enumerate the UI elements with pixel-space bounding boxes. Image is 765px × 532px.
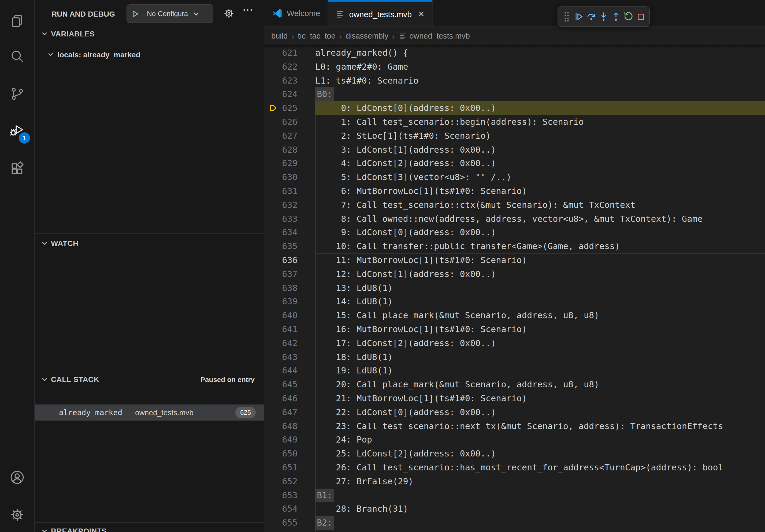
tab-welcome[interactable]: Welcome (264, 0, 328, 26)
instruction-text[interactable]: 9: LdConst[0](address: 0x00..) (315, 226, 765, 240)
gutter-line-651[interactable]: 651 (264, 461, 315, 475)
gutter-line-624[interactable]: 624 (264, 88, 315, 102)
line-number[interactable]: 623 (264, 74, 315, 88)
line-number[interactable]: 647 (264, 405, 315, 419)
code-line-643[interactable]: 643 18: LdU8(1) (264, 350, 765, 364)
instruction-text[interactable]: 16: MutBorrowLoc[1](ts#1#0: Scenario) (315, 323, 765, 337)
code-line-623[interactable]: 623L1: ts#1#0: Scenario (264, 74, 765, 88)
instruction-text[interactable]: 7: Call test_scenario::ctx(&mut Scenario… (315, 198, 765, 212)
gutter-line-647[interactable]: 647 (264, 405, 315, 419)
line-number[interactable]: 627 (264, 129, 315, 143)
gutter-line-632[interactable]: 632 (264, 198, 315, 212)
gutter-line-621[interactable]: 621 (264, 46, 315, 60)
instruction-text[interactable]: 10: Call transfer::public_transfer<Game>… (315, 239, 765, 253)
instruction-text[interactable]: 23: Call test_scenario::next_tx(&mut Sce… (315, 419, 765, 433)
line-number[interactable]: 622 (264, 60, 315, 74)
code-line-622[interactable]: 622L0: game#2#0: Game (264, 60, 765, 74)
source-control-icon[interactable] (0, 82, 34, 106)
code-line-632[interactable]: 632 7: Call test_scenario::ctx(&mut Scen… (264, 198, 765, 212)
code-line-621[interactable]: 621already_marked() { (264, 46, 765, 60)
breadcrumb-item[interactable]: tic_tac_toe (298, 32, 335, 40)
breadcrumb-item[interactable]: disassembly (346, 32, 389, 40)
gutter-line-636[interactable]: 636 (264, 253, 315, 267)
code-line-647[interactable]: 647 22: LdConst[0](address: 0x00..) (264, 405, 765, 419)
tab-owned-tests[interactable]: owned_tests.mvb ✕ (328, 0, 432, 26)
code-line-628[interactable]: 628 3: LdConst[1](address: 0x00..) (264, 143, 765, 157)
code-line-650[interactable]: 650 25: LdConst[2](address: 0x00..) (264, 447, 765, 461)
more-actions-icon[interactable]: ⋯ (242, 3, 254, 16)
launch-configuration-dropdown[interactable]: No Configura (127, 4, 213, 23)
code-line-653[interactable]: 653B1: (264, 488, 765, 502)
gutter-line-648[interactable]: 648 (264, 419, 315, 433)
close-icon[interactable]: ✕ (418, 10, 424, 18)
gutter-line-633[interactable]: 633 (264, 212, 315, 226)
settings-gear-icon[interactable] (0, 502, 34, 527)
block-label-line[interactable]: B1: (315, 488, 765, 502)
line-number[interactable]: 644 (264, 364, 315, 378)
instruction-text[interactable]: 25: LdConst[2](address: 0x00..) (315, 447, 765, 461)
instruction-text[interactable]: 20: Call place_mark(&mut Scenario, addre… (315, 378, 765, 392)
line-number[interactable]: 637 (264, 267, 315, 281)
instruction-text[interactable]: 19: LdU8(1) (315, 364, 765, 378)
line-number[interactable]: 638 (264, 281, 315, 295)
block-label-line[interactable]: B0: (315, 88, 765, 102)
stop-button[interactable] (635, 10, 647, 24)
gutter-line-650[interactable]: 650 (264, 447, 315, 461)
gutter-line-638[interactable]: 638 (264, 281, 315, 295)
instruction-text[interactable]: 8: Call owned::new(address, address, vec… (315, 212, 765, 226)
line-number[interactable]: 655 (264, 516, 315, 530)
line-number[interactable]: 629 (264, 157, 315, 171)
gutter-line-640[interactable]: 640 (264, 309, 315, 323)
gutter-line-627[interactable]: 627 (264, 129, 315, 143)
instruction-text[interactable]: 27: BrFalse(29) (315, 474, 765, 488)
line-number[interactable]: 640 (264, 309, 315, 323)
gutter-line-629[interactable]: 629 (264, 157, 315, 171)
code-line-630[interactable]: 630 5: LdConst[3](vector<u8>: "" /..) (264, 170, 765, 184)
debug-settings-gear-icon[interactable] (223, 7, 235, 20)
variables-header[interactable]: VARIABLES (35, 27, 264, 41)
gutter-line-639[interactable]: 639 (264, 295, 315, 309)
line-number[interactable]: 621 (264, 46, 315, 60)
code-editor[interactable]: 621already_marked() {622L0: game#2#0: Ga… (264, 45, 765, 532)
breadcrumb-item-file[interactable]: owned_tests.mvb (409, 32, 470, 40)
code-line-651[interactable]: 651 26: Call test_scenario::has_most_rec… (264, 461, 765, 475)
call-stack-header[interactable]: CALL STACK Paused on entry (35, 372, 264, 386)
instruction-text[interactable]: 0: LdConst[0](address: 0x00..) (315, 101, 765, 115)
step-into-button[interactable] (598, 10, 609, 24)
step-out-button[interactable] (610, 10, 622, 24)
line-number[interactable]: 628 (264, 143, 315, 157)
instruction-text[interactable]: 3: LdConst[1](address: 0x00..) (315, 143, 765, 157)
gutter-line-625[interactable]: 625 (264, 101, 315, 115)
extensions-icon[interactable] (0, 156, 34, 181)
line-number[interactable]: 650 (264, 447, 315, 461)
code-line-654[interactable]: 654 28: Branch(31) (264, 502, 765, 516)
instruction-text[interactable]: 18: LdU8(1) (315, 350, 765, 364)
line-number[interactable]: 639 (264, 295, 315, 309)
line-number[interactable]: 635 (264, 239, 315, 253)
code-line-624[interactable]: 624B0: (264, 88, 765, 102)
watch-header[interactable]: WATCH (35, 236, 264, 250)
line-number[interactable]: 626 (264, 115, 315, 129)
gutter-line-644[interactable]: 644 (264, 364, 315, 378)
run-and-debug-icon[interactable]: 1 (0, 118, 34, 142)
code-line-639[interactable]: 639 14: LdU8(1) (264, 295, 765, 309)
instruction-text[interactable]: 17: LdConst[2](address: 0x00..) (315, 336, 765, 350)
code-line-645[interactable]: 645 20: Call place_mark(&mut Scenario, a… (264, 378, 765, 392)
line-number[interactable]: 651 (264, 461, 315, 475)
search-icon[interactable] (0, 44, 34, 69)
block-label-line[interactable]: B2: (315, 516, 765, 530)
stack-frame-row[interactable]: already_marked owned_tests.mvb 625 (35, 404, 264, 420)
drag-grip-icon[interactable] (560, 10, 572, 24)
continue-button[interactable] (573, 10, 585, 24)
instruction-text[interactable]: 22: LdConst[0](address: 0x00..) (315, 405, 765, 419)
instruction-text[interactable]: already_marked() { (315, 46, 765, 60)
code-line-636[interactable]: 636 11: MutBorrowLoc[1](ts#1#0: Scenario… (264, 253, 765, 267)
gutter-line-654[interactable]: 654 (264, 502, 315, 516)
code-line-637[interactable]: 637 12: LdConst[1](address: 0x00..) (264, 267, 765, 281)
gutter-line-646[interactable]: 646 (264, 392, 315, 405)
code-line-629[interactable]: 629 4: LdConst[2](address: 0x00..) (264, 157, 765, 171)
code-line-635[interactable]: 635 10: Call transfer::public_transfer<G… (264, 239, 765, 253)
code-line-655[interactable]: 655B2: (264, 516, 765, 530)
code-line-625[interactable]: 625 0: LdConst[0](address: 0x00..) (264, 101, 765, 115)
gutter-line-626[interactable]: 626 (264, 115, 315, 129)
